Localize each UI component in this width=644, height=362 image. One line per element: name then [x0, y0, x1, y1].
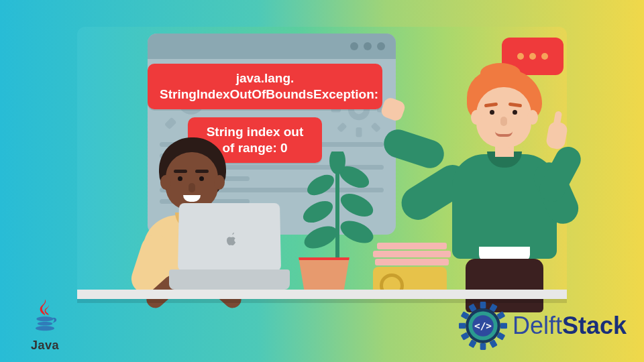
window-control-dot — [350, 42, 358, 50]
svg-rect-7 — [164, 117, 177, 130]
svg-point-20 — [304, 171, 337, 200]
delftstack-text: DelftStack — [513, 312, 627, 340]
error-message-exception: java.lang. StringIndexOutOfBoundsExcepti… — [148, 64, 382, 109]
delftstack-logo: </> DelftStack — [459, 302, 627, 350]
apple-logo-icon — [224, 232, 236, 245]
java-cup-icon — [26, 298, 64, 336]
svg-rect-33 — [480, 343, 486, 350]
delft-suffix: Stack — [562, 312, 627, 339]
svg-point-22 — [301, 196, 336, 227]
svg-rect-30 — [500, 323, 507, 329]
svg-rect-36 — [459, 323, 466, 329]
delftstack-badge-icon: </> — [459, 302, 507, 350]
delft-prefix: Delft — [513, 312, 562, 339]
svg-text:</>: </> — [474, 320, 492, 331]
ellipsis-dot — [529, 53, 536, 60]
svg-point-25 — [337, 217, 374, 248]
java-logo: Java — [20, 298, 70, 353]
window-control-dot — [377, 42, 385, 50]
svg-point-23 — [337, 189, 374, 221]
svg-rect-18 — [371, 122, 381, 132]
svg-rect-27 — [480, 302, 486, 308]
ellipsis-dot — [541, 53, 548, 60]
svg-rect-17 — [337, 122, 347, 132]
error-line: StringIndexOutOfBoundsException: — [160, 86, 370, 103]
plant-icon — [301, 152, 374, 259]
window-control-dot — [364, 42, 372, 50]
error-line: java.lang. — [160, 70, 370, 86]
svg-point-24 — [301, 222, 341, 253]
person-standing — [416, 70, 590, 311]
browser-titlebar — [148, 34, 396, 59]
svg-rect-12 — [356, 127, 362, 137]
desk — [77, 290, 567, 299]
java-logo-text: Java — [20, 339, 70, 353]
ellipsis-dot — [517, 53, 524, 60]
